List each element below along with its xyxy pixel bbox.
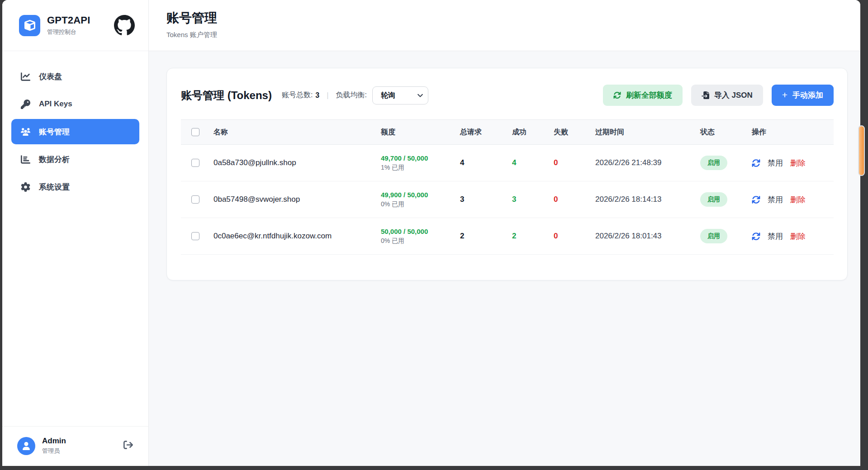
delete-link[interactable]: 删除 — [790, 195, 806, 205]
main-area: 账号管理 Tokens 账户管理 账号管理 (Tokens) 账号总数: 3 |… — [149, 0, 860, 466]
key-icon — [21, 100, 30, 109]
col-name: 名称 — [209, 120, 376, 145]
github-link[interactable] — [114, 15, 135, 36]
quota-value: 49,900 / 50,000 — [381, 191, 451, 199]
success-count: 2 — [508, 218, 549, 255]
load-balance-select-wrap: 轮询 — [372, 86, 428, 104]
sidebar-item-accounts[interactable]: 账号管理 — [11, 119, 139, 144]
load-balance-select[interactable]: 轮询 — [372, 86, 428, 104]
account-name: 0a58a730@pjullnk.shop — [209, 145, 376, 181]
brand-subtitle: 管理控制台 — [47, 28, 114, 36]
expire-time: 2026/2/26 18:01:43 — [591, 218, 696, 255]
success-count: 3 — [508, 181, 549, 218]
row-checkbox[interactable] — [191, 232, 199, 240]
refresh-quota-button[interactable] — [752, 195, 760, 204]
sidebar-item-dashboard[interactable]: 仪表盘 — [11, 64, 139, 89]
refresh-quota-button[interactable] — [752, 159, 760, 167]
account-name: 0c0ae6ec@kr.ntfdhujik.kozow.com — [209, 218, 376, 255]
table-row: 0ba57498@svwojer.shop 49,900 / 50,000 0%… — [181, 181, 834, 218]
user-info: Admin 管理员 — [42, 437, 122, 455]
col-fail: 失败 — [549, 120, 591, 145]
manual-add-button[interactable]: + 手动添加 — [772, 85, 834, 106]
quota-used: 0% 已用 — [381, 200, 451, 209]
col-actions: 操作 — [747, 120, 834, 145]
file-import-icon — [702, 91, 709, 99]
account-count: 账号总数: 3 | 负载均衡: — [282, 90, 367, 100]
chart-bar-icon — [21, 155, 30, 164]
quota-value: 49,700 / 50,000 — [381, 154, 451, 162]
sidebar: GPT2API 管理控制台 仪表盘 API Keys 账号管理 数据 — [2, 0, 149, 466]
card-title: 账号管理 (Tokens) — [181, 88, 272, 103]
delete-link[interactable]: 删除 — [790, 158, 806, 168]
avatar — [17, 437, 35, 455]
col-quota: 额度 — [376, 120, 455, 145]
brand-name: GPT2API — [47, 14, 114, 26]
sidebar-item-settings[interactable]: 系统设置 — [11, 174, 139, 199]
github-icon — [114, 15, 135, 36]
total-requests: 4 — [455, 145, 508, 181]
quota-value: 50,000 / 50,000 — [381, 228, 451, 235]
disable-link[interactable]: 禁用 — [768, 195, 783, 205]
import-json-button[interactable]: 导入 JSON — [691, 85, 763, 106]
app-logo — [19, 15, 40, 36]
success-count: 4 — [508, 145, 549, 181]
status-badge: 启用 — [700, 192, 727, 207]
page-title: 账号管理 — [166, 9, 860, 27]
col-total: 总请求 — [455, 120, 508, 145]
refresh-icon — [752, 159, 760, 167]
select-all-checkbox[interactable] — [191, 128, 199, 136]
sidebar-item-analytics[interactable]: 数据分析 — [11, 147, 139, 172]
refresh-icon — [752, 195, 760, 204]
table-row: 0c0ae6ec@kr.ntfdhujik.kozow.com 50,000 /… — [181, 218, 834, 255]
row-actions: 禁用 删除 — [752, 195, 829, 205]
fail-count: 0 — [549, 145, 591, 181]
col-expires: 过期时间 — [591, 120, 696, 145]
page-header: 账号管理 Tokens 账户管理 — [149, 0, 860, 51]
sidebar-header: GPT2API 管理控制台 — [2, 0, 148, 51]
user-name: Admin — [42, 437, 122, 446]
disable-link[interactable]: 禁用 — [768, 231, 783, 242]
row-checkbox[interactable] — [191, 159, 199, 167]
header-actions: 刷新全部额度 导入 JSON + 手动添加 — [603, 85, 834, 106]
refresh-quota-button[interactable] — [752, 232, 760, 241]
table-row: 0a58a730@pjullnk.shop 49,700 / 50,000 1%… — [181, 145, 834, 181]
delete-link[interactable]: 删除 — [790, 231, 806, 242]
chart-line-icon — [21, 72, 30, 81]
sidebar-item-label: API Keys — [39, 100, 72, 109]
load-balance-label: 负载均衡: — [336, 90, 366, 100]
account-count-label: 账号总数: — [282, 90, 313, 100]
sidebar-item-api-keys[interactable]: API Keys — [11, 91, 139, 117]
quota-used: 0% 已用 — [381, 237, 451, 245]
sidebar-nav: 仪表盘 API Keys 账号管理 数据分析 系统设置 — [2, 51, 148, 202]
cube-icon — [24, 20, 35, 31]
account-count-value: 3 — [315, 91, 319, 100]
account-name: 0ba57498@svwojer.shop — [209, 181, 376, 218]
fail-count: 0 — [549, 181, 591, 218]
user-role: 管理员 — [42, 447, 122, 455]
sidebar-item-label: 系统设置 — [39, 182, 70, 192]
manual-add-label: 手动添加 — [792, 90, 823, 100]
brand: GPT2API 管理控制台 — [47, 14, 114, 36]
refresh-all-button[interactable]: 刷新全部额度 — [603, 85, 683, 106]
table-header: 名称 额度 总请求 成功 失败 过期时间 状态 操作 — [181, 120, 834, 145]
user-section: Admin 管理员 — [2, 426, 148, 466]
page-subtitle: Tokens 账户管理 — [166, 31, 860, 39]
disable-link[interactable]: 禁用 — [768, 158, 783, 168]
logout-button[interactable] — [122, 438, 135, 453]
users-icon — [21, 127, 30, 137]
row-checkbox[interactable] — [191, 195, 199, 204]
content: 账号管理 (Tokens) 账号总数: 3 | 负载均衡: 轮询 — [149, 51, 860, 466]
row-actions: 禁用 删除 — [752, 158, 829, 168]
card-header: 账号管理 (Tokens) 账号总数: 3 | 负载均衡: 轮询 — [167, 68, 847, 119]
scrollbar-thumb[interactable] — [858, 125, 865, 176]
gear-icon — [21, 182, 30, 192]
import-json-label: 导入 JSON — [714, 90, 753, 100]
accounts-table: 名称 额度 总请求 成功 失败 过期时间 状态 操作 — [181, 119, 834, 255]
row-actions: 禁用 删除 — [752, 231, 829, 242]
total-requests: 2 — [455, 218, 508, 255]
refresh-icon — [752, 232, 760, 241]
total-requests: 3 — [455, 181, 508, 218]
sidebar-item-label: 仪表盘 — [39, 71, 62, 82]
logout-icon — [123, 440, 133, 450]
divider: | — [327, 91, 328, 100]
